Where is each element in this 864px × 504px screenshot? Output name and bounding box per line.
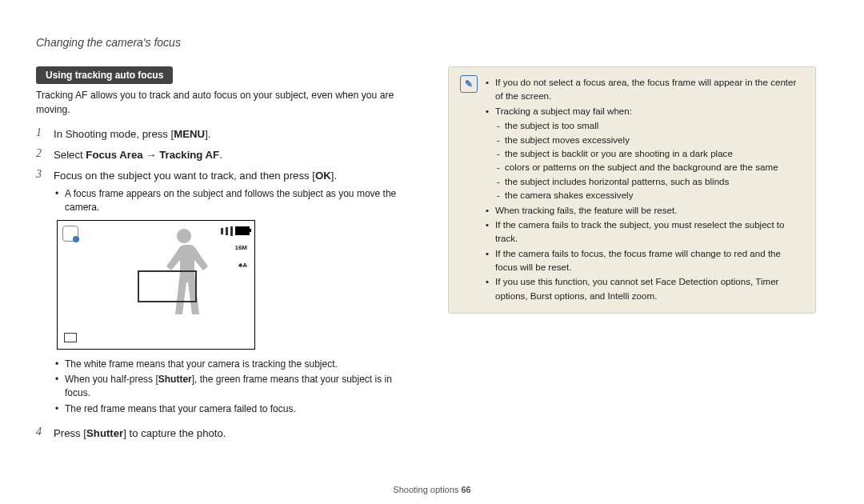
focus-frame xyxy=(138,270,197,302)
breadcrumb-header: Changing the camera's focus xyxy=(36,36,828,49)
info-callout: ✎ If you do not select a focus area, the… xyxy=(448,66,816,314)
step-1: 1 In Shooting mode, press [MENU]. xyxy=(36,126,412,142)
smart-auto-icon xyxy=(62,226,78,242)
storage-icon xyxy=(64,333,77,342)
section-heading: Using tracking auto focus xyxy=(36,66,173,84)
ok-key: OK xyxy=(315,170,331,182)
note-white-frame: The white frame means that your camera i… xyxy=(54,358,412,371)
resolution-label: 16M xyxy=(234,243,247,253)
step-2: 2 Select Focus Area → Tracking AF. xyxy=(36,147,412,163)
intro-text: Tracking AF allows you to track and auto… xyxy=(36,89,412,117)
battery-icon xyxy=(235,226,250,235)
note-green-frame: When you half-press [Shutter], the green… xyxy=(54,373,412,401)
info-icon: ✎ xyxy=(460,75,478,93)
page-footer: Shooting options 66 xyxy=(0,485,864,494)
flash-label: ♣A xyxy=(238,261,247,270)
note-red-frame: The red frame means that your camera fai… xyxy=(54,402,412,416)
camera-lcd-illustration: 16M ♣A xyxy=(57,220,255,350)
step-4: 4 Press [Shutter] to capture the photo. xyxy=(36,426,412,442)
menu-key: MENU xyxy=(174,128,205,140)
step-3: 3 Focus on the subject you want to track… xyxy=(36,168,412,421)
